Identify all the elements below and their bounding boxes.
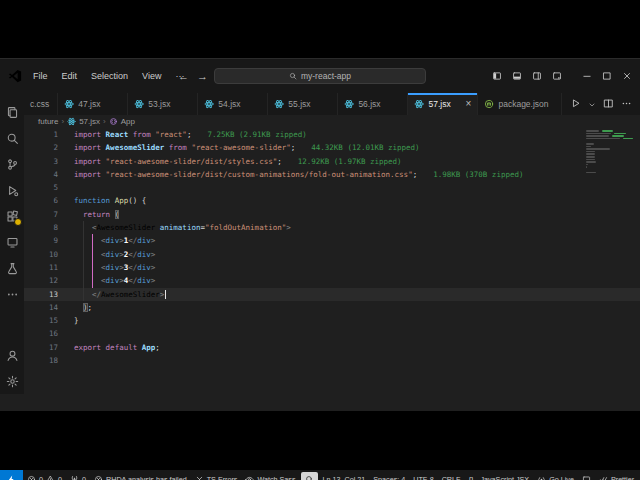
- line-content: return (: [74, 208, 640, 221]
- vscode-logo-icon: [8, 69, 22, 83]
- error-icon: [27, 475, 36, 480]
- activity-bar-item-search[interactable]: [0, 125, 24, 151]
- status-bar: 000RHDA analysis has failedTS ErrorsWatc…: [0, 470, 640, 480]
- menu-selection[interactable]: Selection: [85, 68, 134, 84]
- tab-53-jsx[interactable]: 53.jsx: [128, 93, 198, 115]
- tab-label: 53.jsx: [148, 99, 170, 109]
- tab-55-jsx[interactable]: 55.jsx: [268, 93, 338, 115]
- breadcrumb-item-app[interactable]: App: [109, 117, 135, 126]
- layout-sidebar-right-button[interactable]: [528, 67, 546, 85]
- layout-customize-button[interactable]: [548, 67, 566, 85]
- close-button[interactable]: [618, 67, 636, 85]
- status-ports-monitor[interactable]: [578, 470, 595, 480]
- tab-label: 47.jsx: [78, 99, 100, 109]
- breadcrumb-item-future[interactable]: future: [38, 117, 58, 126]
- status-problems[interactable]: 00: [23, 470, 66, 480]
- status-indentation[interactable]: Spaces: 4: [369, 470, 409, 480]
- line-number: 16: [24, 327, 58, 340]
- split-button[interactable]: [603, 95, 614, 113]
- code-line-10[interactable]: 10 <div>2</div>: [24, 248, 640, 261]
- status-eol[interactable]: CRLF: [438, 470, 465, 480]
- nav-back-button[interactable]: ←: [178, 70, 189, 82]
- tab-c-css[interactable]: c.css: [24, 93, 58, 115]
- line-number: 11: [24, 261, 58, 274]
- status-prettier[interactable]: Prettier: [595, 470, 638, 480]
- code-line-7[interactable]: 7 return (: [24, 208, 640, 221]
- menu-file[interactable]: File: [27, 68, 54, 84]
- activity-bar-item-extensions[interactable]: [0, 203, 24, 229]
- status-ports[interactable]: 0: [66, 470, 90, 480]
- nav-forward-button[interactable]: →: [197, 70, 208, 82]
- code-line-14[interactable]: 14 );: [24, 301, 640, 314]
- code-line-9[interactable]: 9 <div>1</div>: [24, 234, 640, 247]
- tab-54-jsx[interactable]: 54.jsx: [198, 93, 268, 115]
- status-rhda-status[interactable]: RHDA analysis has failed: [90, 470, 191, 480]
- activity-bar-item-ellipsis[interactable]: [0, 281, 24, 307]
- code-line-4[interactable]: 4import "react-awesome-slider/dist/custo…: [24, 168, 640, 181]
- layout-sidebar-left-button[interactable]: [488, 67, 506, 85]
- search-icon: [289, 72, 297, 80]
- command-center[interactable]: my-react-app: [214, 68, 426, 84]
- tab-close-icon[interactable]: ×: [466, 99, 472, 109]
- chevron-down-button[interactable]: [588, 95, 596, 113]
- status-search-toggle[interactable]: [301, 472, 318, 480]
- code-line-5[interactable]: 5: [24, 181, 640, 194]
- code-line-8[interactable]: 8 <AwesomeSlider animation="foldOutAnima…: [24, 221, 640, 234]
- activity-bar-item-beaker[interactable]: [0, 255, 24, 281]
- code-line-2[interactable]: 2import AwesomeSlider from "react-awesom…: [24, 141, 640, 154]
- code-line-17[interactable]: 17export default App;: [24, 341, 640, 354]
- status-cursor-position[interactable]: Ln 13, Col 21: [319, 470, 370, 480]
- code-line-12[interactable]: 12 <div>4</div>: [24, 274, 640, 287]
- indent-guide: [83, 248, 84, 261]
- status-go-live[interactable]: Go Live: [533, 470, 578, 480]
- tab-56-jsx[interactable]: 56.jsx: [338, 93, 408, 115]
- tab-bar: c.css47.jsx53.jsx54.jsx55.jsx56.jsx57.js…: [24, 93, 640, 115]
- code-line-3[interactable]: 3import "react-awesome-slider/dist/style…: [24, 155, 640, 168]
- status-ts-errors[interactable]: TS Errors: [191, 470, 242, 480]
- activity-bar-item-gear[interactable]: [0, 368, 24, 394]
- status-language-mode[interactable]: {}JavaScript JSX: [464, 470, 533, 480]
- search-icon: [6, 132, 19, 145]
- symbol-icon: [109, 117, 118, 126]
- code-line-13[interactable]: 13 </AwesomeSlider>: [24, 288, 640, 301]
- line-number: 13: [24, 288, 58, 301]
- status-encoding[interactable]: UTF-8: [409, 470, 437, 480]
- run-button[interactable]: [570, 95, 581, 113]
- layout-panel-button[interactable]: [508, 67, 526, 85]
- activity-bar-item-source-control[interactable]: [0, 151, 24, 177]
- code-editor[interactable]: 1import React from "react";7.25KB (2.91K…: [24, 128, 640, 394]
- line-number: 3: [24, 155, 58, 168]
- split-icon: [603, 98, 614, 109]
- status-remote-indicator[interactable]: [0, 470, 23, 480]
- ellipsis-icon: [621, 98, 632, 109]
- tab-57-jsx[interactable]: 57.jsx×: [408, 93, 478, 115]
- breadcrumb-separator: ›: [61, 117, 64, 126]
- code-line-11[interactable]: 11 <div>3</div>: [24, 261, 640, 274]
- react-icon: [274, 99, 284, 109]
- line-content: function App() {: [74, 194, 640, 207]
- indent-guide: [83, 288, 84, 301]
- ellipsis-button[interactable]: [621, 95, 632, 113]
- import-cost-annotation: 44.32KB (12.01KB zipped): [311, 143, 419, 152]
- code-line-6[interactable]: 6function App() {: [24, 194, 640, 207]
- status-watch-sass[interactable]: Watch Sass: [241, 470, 299, 480]
- minimize-button[interactable]: [578, 67, 596, 85]
- code-line-1[interactable]: 1import React from "react";7.25KB (2.91K…: [24, 128, 640, 141]
- active-indent-guide: [92, 261, 93, 274]
- code-line-16[interactable]: 16: [24, 327, 640, 340]
- breadcrumb-item-57-jsx[interactable]: 57.jsx: [67, 117, 100, 126]
- tab-47-jsx[interactable]: 47.jsx: [58, 93, 128, 115]
- line-content: <div>3</div>: [74, 261, 640, 274]
- maximize-button[interactable]: [598, 67, 616, 85]
- line-content: <div>4</div>: [74, 274, 640, 287]
- activity-bar-item-run-debug[interactable]: [0, 177, 24, 203]
- activity-bar-item-account[interactable]: [0, 342, 24, 368]
- tab-package-json[interactable]: package.json: [478, 93, 562, 115]
- activity-bar-item-files[interactable]: [0, 99, 24, 125]
- menu-view[interactable]: View: [136, 68, 167, 84]
- code-line-15[interactable]: 15}: [24, 314, 640, 327]
- code-line-18[interactable]: 18: [24, 354, 640, 367]
- menu-edit[interactable]: Edit: [56, 68, 84, 84]
- minimap[interactable]: [586, 130, 638, 177]
- activity-bar-item-remote-explorer[interactable]: [0, 229, 24, 255]
